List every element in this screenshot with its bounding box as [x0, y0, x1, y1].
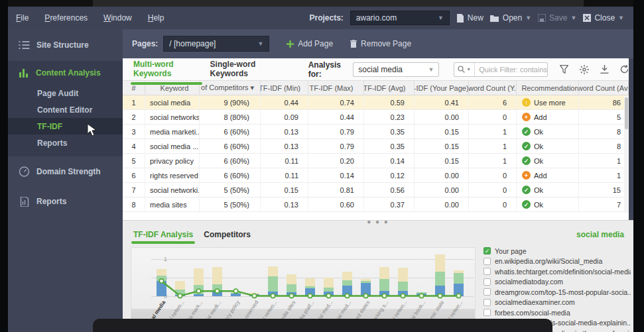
column-header-4[interactable]: TF-IDF (Max) — [308, 81, 364, 95]
chevron-down-icon: ▼ — [570, 15, 576, 21]
projects-dropdown[interactable]: awario.com ▼ — [350, 11, 450, 25]
tab-tf-idf-analysis[interactable]: TF-IDF Analysis — [133, 230, 193, 239]
sidebar: Site Structure Content Analysis Page Aud… — [8, 29, 123, 332]
column-header-9[interactable]: Keyword Count (Avg) — [579, 81, 629, 95]
bottom-tabbar: TF-IDF Analysis Competitors social media — [123, 226, 633, 243]
legend-item[interactable]: socialmediatoday.com — [483, 277, 631, 288]
sidebar-item-reports-sub[interactable]: Reports — [8, 135, 123, 151]
quick-filter-placeholder: Quick Filter: contains — [475, 66, 547, 74]
cell-count_avg: 15 — [579, 183, 629, 197]
cell-your_page: 0.00 — [415, 197, 469, 211]
cell-count_avg: 5 — [579, 110, 629, 124]
sidebar-item-domain-strength[interactable]: Domain Strength — [8, 156, 123, 187]
line-marker — [196, 289, 200, 293]
legend-item[interactable]: ✓Your page — [483, 246, 631, 256]
analysis-for-dropdown[interactable]: social media ▼ — [353, 62, 439, 77]
table-row[interactable]: 3media marketi...6 (60%)0.130.790.350.15… — [123, 125, 629, 139]
legend-item[interactable]: en.wikipedia.org/wiki/Social_media — [483, 256, 631, 267]
recommendation-ok-icon: ✓ — [522, 127, 531, 136]
table-scrollbar[interactable] — [624, 96, 629, 213]
app-window: File Preferences Window Help Projects: a… — [0, 0, 644, 332]
panel-resize-grip[interactable]: ● ● ● — [367, 220, 389, 224]
report-document-icon — [19, 197, 30, 207]
column-header-3[interactable]: TF-IDF (Min) — [261, 81, 308, 95]
table-row[interactable]: 2social networks8 (80%)0.090.440.230.000… — [123, 110, 629, 125]
open-project-button[interactable]: Open ▼ — [490, 13, 531, 23]
tab-competitors[interactable]: Competitors — [204, 230, 251, 239]
checkbox-icon[interactable] — [483, 258, 491, 265]
cell-avg: 0.23 — [364, 110, 415, 124]
quick-filter-input[interactable]: ▼ Quick Filter: contains — [454, 62, 548, 77]
legend-item[interactable]: socialmediaexaminer.com — [483, 298, 631, 308]
recommendation-label: Use more — [534, 99, 566, 107]
gear-icon[interactable] — [580, 65, 589, 74]
column-header-2[interactable]: # of Competitors ▾ — [200, 81, 261, 95]
cell-competitors: 6 (60%) — [200, 168, 261, 182]
tab-single-word-keywords[interactable]: Single-word Keywords — [210, 60, 281, 80]
menu-preferences[interactable]: Preferences — [36, 13, 96, 23]
cell-count_avg: 1 — [579, 154, 629, 168]
sidebar-item-reports[interactable]: Reports — [8, 187, 123, 216]
chart-plot-area: 10.50 — [151, 254, 474, 296]
legend-item[interactable]: dreamgrow.com/top-15-most-popular-socia.… — [483, 287, 631, 298]
table-row[interactable]: 7social networki...5 (50%)0.150.810.560.… — [123, 183, 629, 197]
legend-label: Your page — [495, 247, 527, 255]
table-row[interactable]: 5privacy policy6 (60%)0.110.200.140.151✓… — [123, 154, 629, 168]
table-row[interactable]: 1social media9 (90%)0.440.740.590.416↑Us… — [123, 95, 629, 110]
save-project-button[interactable]: Save ▼ — [538, 13, 576, 23]
sidebar-item-site-structure[interactable]: Site Structure — [8, 29, 123, 61]
table-row[interactable]: 6rights reserved6 (60%)0.110.140.120.000… — [123, 168, 629, 183]
download-icon[interactable] — [600, 65, 609, 74]
line-marker — [159, 279, 163, 283]
checkbox-icon[interactable] — [483, 309, 491, 316]
column-header-8[interactable]: Recommendation — [517, 81, 579, 95]
cell-min: 0.11 — [261, 168, 308, 182]
sidebar-item-tf-idf[interactable]: TF-IDF — [8, 118, 123, 135]
cell-min: 0.11 — [261, 154, 308, 168]
sidebar-item-content-analysis[interactable]: Content Analysis — [8, 61, 123, 85]
cell-num: 8 — [123, 197, 145, 211]
cell-count_your: 1 — [469, 154, 517, 168]
menu-window[interactable]: Window — [96, 13, 140, 23]
cell-your_page: 0.15 — [415, 154, 469, 168]
table-row[interactable]: 4social media ...6 (60%)0.130.790.350.15… — [123, 139, 629, 154]
filter-funnel-icon[interactable] — [560, 65, 568, 74]
sidebar-item-page-audit[interactable]: Page Audit — [8, 85, 123, 101]
recommendation-ok-icon: ✓ — [522, 200, 531, 209]
legend-item[interactable]: forbes.com/social-media — [483, 307, 631, 318]
cell-min: 0.13 — [261, 125, 308, 138]
projects-label: Projects: — [309, 13, 343, 23]
remove-page-button[interactable]: Remove Page — [350, 39, 411, 48]
add-page-button[interactable]: Add Page — [287, 39, 333, 48]
plus-icon — [287, 40, 294, 48]
cell-avg: 0.35 — [364, 139, 415, 153]
menu-help[interactable]: Help — [140, 13, 172, 23]
column-header-6[interactable]: TF-IDF (Your Page) — [415, 81, 469, 95]
recommendation-cell: ↑Use more — [517, 95, 579, 109]
page-dropdown-value: / [homepage] — [169, 39, 216, 48]
cell-min: 0.13 — [261, 139, 308, 153]
checkbox-checked-icon[interactable]: ✓ — [483, 247, 491, 254]
tab-multi-word-keywords[interactable]: Multi-word Keywords — [133, 60, 200, 80]
cell-num: 1 — [123, 95, 145, 109]
checkbox-icon[interactable] — [483, 299, 491, 306]
legend-item[interactable]: whatis.techtarget.com/definition/social-… — [483, 266, 631, 277]
sidebar-item-content-editor[interactable]: Content Editor — [8, 101, 123, 118]
new-project-button[interactable]: New — [456, 13, 483, 23]
recommendation-use-more-icon: ↑ — [522, 98, 531, 107]
checkbox-icon[interactable] — [483, 278, 491, 286]
legend-label: socialmediaexaminer.com — [495, 298, 575, 306]
letterbox-top — [0, 0, 644, 7]
checkbox-icon[interactable] — [483, 288, 491, 296]
checkbox-icon[interactable] — [483, 268, 491, 275]
menu-file[interactable]: File — [8, 13, 36, 23]
page-dropdown[interactable]: / [homepage] ▼ — [163, 36, 269, 52]
close-project-button[interactable]: Close ▼ — [583, 13, 624, 23]
table-row[interactable]: 8media sites5 (50%)0.130.600.370.000✓Ok7 — [123, 197, 629, 212]
cell-avg: 0.12 — [364, 168, 415, 182]
legend-label: socialmediatoday.com — [495, 278, 563, 286]
refresh-icon[interactable] — [620, 65, 629, 74]
column-header-5[interactable]: TF-IDF (Avg) — [364, 81, 415, 95]
column-header-7[interactable]: Keyword Count (Y... — [469, 81, 517, 95]
scrollbar-thumb[interactable] — [625, 97, 628, 129]
